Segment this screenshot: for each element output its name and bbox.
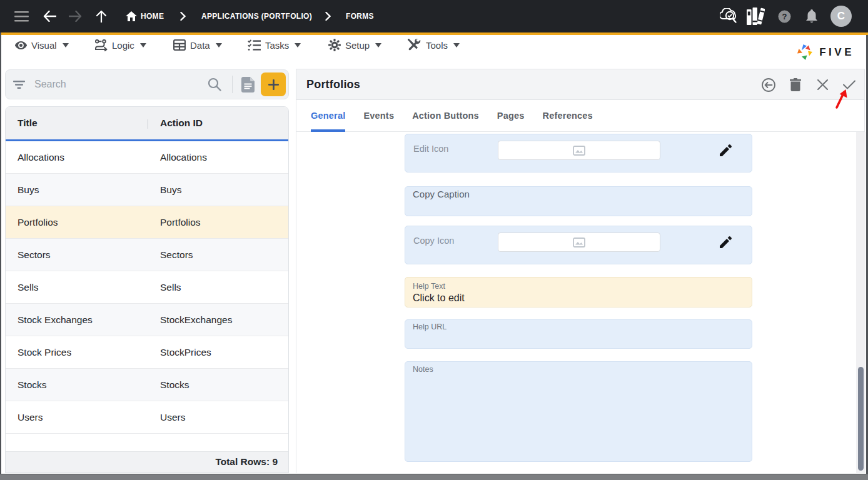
edit-pencil-button[interactable]: [719, 144, 733, 158]
tab-pages[interactable]: Pages: [497, 100, 525, 132]
caret-down-icon: [216, 43, 222, 48]
table-row-selected[interactable]: PortfoliosPortfolios: [6, 206, 288, 239]
breadcrumb-forms[interactable]: FORMS: [346, 0, 374, 32]
forward-arrow-icon[interactable]: [68, 0, 83, 32]
table-row[interactable]: AllocationsAllocations: [6, 141, 288, 174]
add-record-button[interactable]: [261, 72, 286, 96]
table-row[interactable]: StocksStocks: [6, 369, 288, 401]
menu-setup[interactable]: Setup: [328, 35, 381, 55]
caret-down-icon: [63, 43, 69, 48]
caret-down-icon: [375, 43, 381, 48]
library-books-icon[interactable]: [745, 0, 765, 32]
total-rows-footer: Total Rows: 9: [6, 451, 288, 473]
copy-icon-image-input[interactable]: [498, 232, 660, 252]
menu-data[interactable]: Data: [173, 35, 222, 55]
table-row[interactable]: SellsSells: [6, 271, 288, 304]
svg-text:?: ?: [782, 12, 787, 21]
up-arrow-icon[interactable]: [95, 0, 108, 32]
window-border-left: [0, 32, 1, 474]
tab-action-buttons[interactable]: Action Buttons: [412, 100, 479, 132]
search-input[interactable]: [34, 79, 208, 90]
card-header: Portfolios: [296, 69, 864, 100]
logic-flow-icon: [95, 39, 108, 51]
field-copy-caption[interactable]: Copy Caption: [405, 186, 752, 216]
menu-tasks[interactable]: Tasks: [248, 35, 301, 55]
back-arrow-icon[interactable]: [42, 0, 57, 32]
tab-general[interactable]: General: [311, 100, 345, 132]
table-row[interactable]: BuysBuys: [6, 174, 288, 206]
menu-toolbar: Visual Logic Data Tasks: [0, 35, 868, 65]
eye-icon: [15, 41, 27, 49]
notifications-bell-icon[interactable]: [805, 0, 819, 32]
vertical-scrollbar-track[interactable]: [856, 132, 865, 473]
table-row[interactable]: Stock PricesStockPrices: [6, 336, 288, 369]
record-detail-card: Portfolios General Events Action Buttons…: [296, 69, 865, 473]
hamburger-menu-icon[interactable]: [13, 0, 29, 32]
table-row[interactable]: UsersUsers: [6, 401, 288, 434]
list-header: Title Action ID: [6, 107, 288, 141]
search-icon[interactable]: [208, 78, 221, 91]
document-copy-icon[interactable]: [241, 77, 255, 92]
edit-pencil-button[interactable]: [719, 236, 733, 249]
toolbar-divider: [232, 76, 233, 93]
search-toolbar: [5, 69, 289, 99]
filter-icon[interactable]: [13, 81, 25, 89]
window-border-bottom: [0, 474, 868, 480]
breadcrumb-applications[interactable]: APPLICATIONS (PORTFOLIO): [201, 0, 312, 32]
field-edit-icon: Edit Icon: [405, 134, 752, 172]
field-help-url[interactable]: Help URL: [405, 319, 752, 349]
tasks-checklist-icon: [248, 39, 261, 51]
record-title: Portfolios: [296, 78, 360, 91]
tab-events[interactable]: Events: [363, 100, 394, 132]
home-icon[interactable]: [125, 0, 138, 32]
undo-back-button[interactable]: [762, 78, 775, 92]
delete-trash-button[interactable]: [789, 78, 802, 92]
tab-bar: General Events Action Buttons Pages Refe…: [296, 100, 864, 132]
edit-icon-image-input[interactable]: [498, 141, 660, 160]
field-notes[interactable]: Notes: [405, 361, 752, 462]
table-row[interactable]: SectorsSectors: [6, 239, 288, 271]
column-divider: [148, 119, 148, 129]
data-table-icon: [173, 39, 186, 51]
cloud-check-icon[interactable]: [719, 0, 740, 32]
caret-down-icon: [453, 43, 460, 48]
list-body: AllocationsAllocations BuysBuys Portfoli…: [6, 141, 288, 434]
vertical-scrollbar-thumb[interactable]: [858, 367, 864, 471]
column-header-title[interactable]: Title: [6, 118, 148, 129]
annotation-arrow: [832, 86, 852, 111]
five-pinwheel-icon: [797, 44, 813, 61]
breadcrumb-home[interactable]: HOME: [141, 0, 164, 32]
column-header-action-id[interactable]: Action ID: [148, 118, 203, 129]
menu-logic[interactable]: Logic: [95, 35, 146, 55]
chevron-right-icon: [324, 0, 331, 32]
field-help-text[interactable]: Help Text Click to edit: [405, 277, 752, 308]
menu-tools[interactable]: Tools: [408, 35, 460, 55]
top-app-bar: HOME APPLICATIONS (PORTFOLIO) FORMS ?: [0, 0, 868, 32]
table-row[interactable]: Stock ExchangesStockExchanges: [6, 304, 288, 336]
field-copy-icon: Copy Icon: [405, 226, 752, 264]
close-button[interactable]: [815, 78, 829, 92]
forms-list-panel: Title Action ID AllocationsAllocations B…: [5, 106, 289, 473]
avatar[interactable]: C: [830, 0, 852, 32]
tab-references[interactable]: References: [543, 100, 593, 132]
caret-down-icon: [295, 43, 301, 48]
tools-icon: [408, 39, 421, 51]
chevron-right-icon: [179, 0, 186, 32]
help-icon[interactable]: ?: [777, 0, 791, 32]
form-scroll-area: Edit Icon Copy Caption Copy Icon Help Te…: [296, 132, 864, 474]
menu-visual[interactable]: Visual: [15, 35, 69, 55]
five-brand-logo: FIVE: [797, 42, 854, 62]
gear-icon: [328, 39, 341, 51]
caret-down-icon: [140, 43, 146, 48]
active-tab-indicator: [311, 129, 345, 132]
